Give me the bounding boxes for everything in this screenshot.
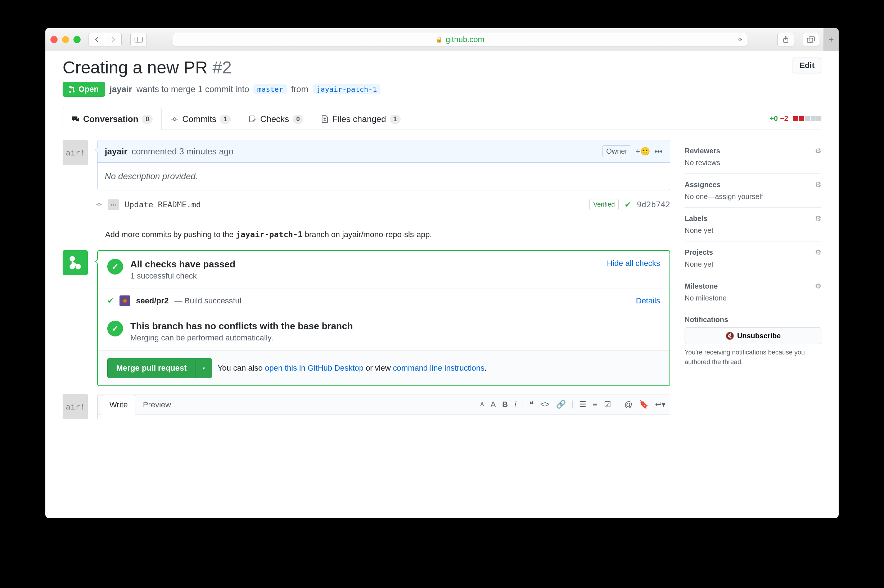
new-tab-button[interactable]: + [824,28,839,51]
write-tab[interactable]: Write [102,395,135,415]
divider [96,219,670,219]
head-branch[interactable]: jayair-patch-1 [313,84,381,94]
pr-title: Creating a new PR #2 [63,58,232,77]
sidebar-labels: Labels⚙ None yet [684,208,821,242]
ci-status-icon: ✔ [107,296,114,306]
ci-status-text: — Build successful [174,296,242,306]
ci-details-link[interactable]: Details [636,296,660,306]
pr-title-text: Creating a new PR [63,58,208,77]
tab-conversation[interactable]: Conversation 0 [63,108,162,130]
saved-reply-icon[interactable]: 🔖 [639,400,648,409]
ci-name[interactable]: seed/pr2 [136,296,169,306]
checklist-icon [249,116,257,123]
close-window[interactable] [50,36,58,43]
mention-icon[interactable]: @ [624,400,632,409]
unsubscribe-button[interactable]: 🔇 Unsubscribe [684,327,821,344]
svg-point-16 [71,265,74,268]
add-reaction-button[interactable]: +🙂 [636,147,650,156]
ci-avatar [120,296,130,306]
merge-button[interactable]: Merge pull request [107,358,196,378]
gear-icon[interactable]: ⚙ [815,214,821,223]
ol-icon[interactable]: ≡ [593,400,597,409]
heading-icon[interactable]: A [480,401,484,408]
base-branch[interactable]: master [254,84,287,94]
sidebar-assignees: Assignees⚙ No one—assign yourself [684,174,821,208]
comment-discussion-icon [72,116,80,123]
commit-message[interactable]: Update README.md [125,200,201,209]
sidebar-milestone: Milestone⚙ No milestone [684,275,821,309]
tab-files[interactable]: Files changed 1 [312,108,409,130]
share-button[interactable] [777,33,794,46]
zoom-window[interactable] [74,36,81,43]
tabs-button[interactable] [803,33,819,46]
pr-author[interactable]: jayair [110,84,132,94]
md-toolbar: AA B i ❝ <> 🔗 ☰ ≡ ☑ [480,400,665,409]
ul-icon[interactable]: ☰ [579,400,586,409]
gear-icon[interactable]: ⚙ [815,147,821,155]
verified-badge[interactable]: Verified [589,199,619,210]
commit-node-icon [96,201,102,208]
avatar[interactable]: air! [63,140,88,165]
italic-icon[interactable]: i [514,400,516,409]
push-hint-branch: jayair-patch-1 [236,230,302,239]
commit-sha[interactable]: 9d2b742 [637,200,670,209]
sidebar-reviewers: Reviewers⚙ No reviews [684,140,821,174]
push-hint: Add more commits by pushing to the jayai… [105,230,670,239]
gear-icon[interactable]: ⚙ [815,180,821,189]
forward-button[interactable] [105,33,122,46]
comment-menu-button[interactable]: ••• [654,147,663,156]
conflict-title: This branch has no conflicts with the ba… [130,321,353,332]
avatar[interactable]: air! [63,394,88,419]
reply-icon[interactable]: ↩▾ [655,400,665,409]
main-column: air! jayair commented 3 minutes ago Owne… [63,140,670,419]
minimize-window[interactable] [62,36,69,43]
preview-tab[interactable]: Preview [135,395,179,415]
quote-icon[interactable]: ❝ [530,400,534,409]
state-badge: Open [63,82,105,97]
diff-del: −2 [780,114,788,123]
tab-checks[interactable]: Checks 0 [240,108,312,130]
link-icon[interactable]: 🔗 [556,400,566,409]
back-button[interactable] [89,33,105,46]
heading-icon-lg[interactable]: A [491,400,496,409]
merge-dropdown[interactable]: ▾ [196,358,212,378]
nav-buttons [89,33,122,46]
pr-tabs: Conversation 0 Commits 1 Checks 0 Files … [63,108,821,130]
hide-checks-link[interactable]: Hide all checks [607,259,660,268]
timeline-comment: air! jayair commented 3 minutes ago Owne… [63,140,670,190]
edit-button[interactable]: Edit [792,58,821,74]
sidebar-button[interactable] [130,33,147,46]
tab-files-count: 1 [390,115,401,124]
browser-window: 🔒 github.com ⟳ + Creating a new PR #2 Ed… [45,28,839,518]
merge-button-group: Merge pull request ▾ [107,358,212,378]
checks-sub: 1 successful check [130,272,600,280]
tab-commits[interactable]: Commits 1 [162,108,240,130]
cli-instructions-link[interactable]: command line instructions [393,363,485,372]
git-pr-icon [69,86,76,93]
pr-meta: Open jayair wants to merge 1 commit into… [63,82,821,97]
window-controls [50,36,81,43]
diff-blocks [793,116,821,121]
checks-title: All checks have passed [130,259,600,270]
svg-point-15 [71,257,74,261]
push-hint-repo: jayair/mono-repo-sls-app [342,230,430,239]
url-bar[interactable]: 🔒 github.com ⟳ [173,33,747,46]
lock-icon: 🔒 [435,36,443,43]
commit-avatar[interactable]: air [108,200,119,210]
diffstat[interactable]: +0 −2 [770,114,821,123]
task-icon[interactable]: ☑ [604,400,611,409]
no-conflict-icon: ✓ [107,321,123,336]
reload-button[interactable]: ⟳ [738,37,743,42]
gear-icon[interactable]: ⚙ [815,248,821,256]
assignees-value[interactable]: No one—assign yourself [684,192,821,201]
gear-icon[interactable]: ⚙ [815,282,821,290]
comment-author[interactable]: jayair [105,147,128,156]
mute-icon: 🔇 [725,332,734,340]
code-icon[interactable]: <> [540,400,549,409]
open-desktop-link[interactable]: open this in GitHub Desktop [265,363,363,372]
file-diff-icon [321,115,329,123]
bold-icon[interactable]: B [502,400,508,409]
svg-point-12 [98,203,101,206]
tab-checks-count: 0 [293,115,303,124]
svg-point-5 [174,118,176,120]
